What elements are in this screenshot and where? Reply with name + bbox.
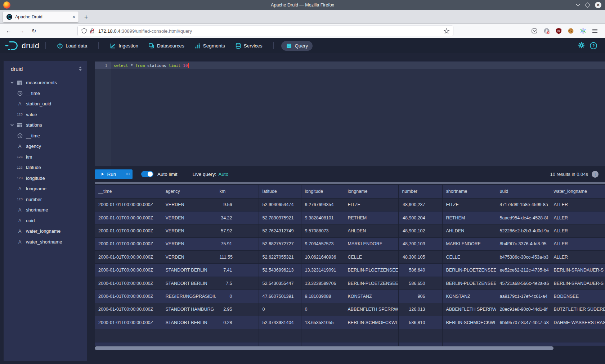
menu-hamburger-icon[interactable] — [592, 28, 598, 33]
table-cell[interactable]: BERLIN-PLOETZENSEE U — [344, 277, 398, 290]
table-cell[interactable]: 48,900,102 — [398, 224, 442, 237]
nav-services[interactable]: Services — [235, 43, 263, 49]
table-cell[interactable]: 13.3231419091 — [301, 264, 344, 277]
table-cell[interactable]: 52.7890975921 — [259, 211, 301, 224]
tab-close-icon[interactable]: × — [72, 14, 75, 20]
ublock-origin-icon[interactable]: UO — [556, 28, 562, 34]
tree-item-water_shortname[interactable]: Awater_shortname — [4, 237, 87, 247]
horizontal-scrollbar-thumb[interactable] — [95, 346, 554, 350]
tree-item-longname[interactable]: Alongname — [4, 183, 87, 194]
table-cell[interactable]: 586,650 — [398, 277, 442, 290]
table-cell[interactable]: 52.3743981404 — [259, 316, 301, 329]
tracking-protection-shield-icon[interactable] — [81, 28, 87, 34]
table-cell[interactable]: 2.95 — [216, 303, 259, 316]
table-cell[interactable]: 2000-01-01T00:00:00.000Z — [95, 198, 162, 211]
url-text[interactable]: 172.18.0.4:30899/unified-console.html#qu… — [98, 28, 444, 34]
chevron-down-icon[interactable] — [10, 123, 17, 127]
insecure-lock-icon[interactable] — [90, 28, 95, 34]
table-cell[interactable]: ABBENFLETH SPERRWER — [344, 303, 398, 316]
druid-logo[interactable]: druid — [5, 41, 39, 50]
tree-item-__time[interactable]: __time — [4, 131, 87, 141]
back-button[interactable]: ← — [6, 27, 12, 35]
new-tab-button[interactable]: + — [81, 13, 91, 22]
table-cell[interactable]: 2000-01-01T00:00:00.000Z — [95, 290, 162, 303]
table-cell[interactable]: 126,013 — [398, 303, 442, 316]
table-cell[interactable]: AHLDEN — [442, 224, 496, 237]
table-cell[interactable]: 52.7624312749 — [259, 224, 301, 237]
table-cell[interactable]: 0.28 — [216, 316, 259, 329]
table-cell[interactable]: BODENSEE — [550, 290, 605, 303]
table-cell[interactable]: KONSTANZ — [344, 290, 398, 303]
url-bar[interactable]: 172.18.0.4:30899/unified-console.html#qu… — [78, 26, 453, 36]
table-cell[interactable]: VERDEN — [162, 198, 216, 211]
table-cell[interactable]: BERLIN-SPANDAUER-S — [550, 264, 605, 277]
run-button[interactable]: Run — [95, 169, 123, 179]
table-cell[interactable]: 9.57088073 — [301, 224, 344, 237]
table-cell[interactable]: BERLIN-PLOETZENSEE C — [344, 264, 398, 277]
table-cell[interactable]: ABBENFLETH SPERRWER — [442, 303, 496, 316]
tree-item-agency[interactable]: Aagency — [4, 141, 87, 152]
table-cell[interactable]: VERDEN — [162, 237, 216, 250]
table-cell[interactable]: 9.3828408101 — [301, 211, 344, 224]
table-cell[interactable]: 0 — [301, 303, 344, 316]
table-cell[interactable]: 6b595707-8c47-4bc7-a8 — [496, 316, 550, 329]
tree-item-stations[interactable]: stations — [4, 120, 87, 131]
table-cell[interactable]: 9.2767694354 — [301, 198, 344, 211]
table-cell[interactable]: 111.55 — [216, 251, 259, 264]
auto-limit-toggle[interactable] — [141, 171, 153, 177]
nav-query[interactable]: Query — [281, 41, 313, 51]
table-cell[interactable]: 5aaed954-de4e-4528-8f — [496, 211, 550, 224]
table-cell[interactable]: MARKLENDORF — [344, 237, 398, 250]
table-cell[interactable]: 45721a68-566c-4e2a-a6 — [496, 277, 550, 290]
browser-tab[interactable]: Apache Druid × — [3, 12, 79, 22]
table-cell[interactable]: EITZE — [442, 198, 496, 211]
table-cell[interactable]: 2000-01-01T00:00:00.000Z — [95, 251, 162, 264]
column-header-latitude[interactable]: latitude — [259, 185, 301, 198]
column-header-water_longname[interactable]: water_longname — [550, 185, 605, 198]
table-cell[interactable]: 13.3238589706 — [301, 277, 344, 290]
table-cell[interactable]: ALLER — [550, 211, 605, 224]
tree-item-number[interactable]: 123number — [4, 194, 87, 205]
table-cell[interactable]: ALLER — [550, 198, 605, 211]
window-minimize-icon[interactable] — [576, 4, 580, 6]
settings-gear-icon[interactable] — [578, 42, 585, 50]
table-cell[interactable]: RETHEM — [442, 211, 496, 224]
tree-item-km[interactable]: 123km — [4, 152, 87, 163]
nav-ingestion[interactable]: Ingestion — [110, 43, 138, 49]
nav-segments[interactable]: Segments — [194, 43, 225, 49]
table-cell[interactable]: 48,300,105 — [398, 251, 442, 264]
column-header-number[interactable]: number — [398, 185, 442, 198]
tree-item-__time[interactable]: __time — [4, 88, 87, 99]
table-cell[interactable]: 7.41 — [216, 264, 259, 277]
table-cell[interactable]: 52.5430355447 — [259, 277, 301, 290]
table-cell[interactable]: 34.22 — [216, 211, 259, 224]
table-cell[interactable]: 2000-01-01T00:00:00.000Z — [95, 303, 162, 316]
table-cell[interactable]: BERLIN-SCHMOECKWITZ — [442, 316, 496, 329]
table-cell[interactable]: 28ec91e8-90c0-44d1-8f — [496, 303, 550, 316]
table-cell[interactable]: VERDEN — [162, 224, 216, 237]
table-cell[interactable]: STANDORT HAMBURG — [162, 303, 216, 316]
window-maximize-icon[interactable] — [585, 2, 591, 8]
query-editor[interactable]: 1 select * from stations limit 10 — [95, 61, 605, 166]
column-header-shortname[interactable]: shortname — [442, 185, 496, 198]
table-cell[interactable]: BERLIN-SCHMOECKWITZ — [344, 316, 398, 329]
live-query-value[interactable]: Auto — [219, 172, 229, 177]
forward-button[interactable]: → — [19, 27, 24, 35]
table-cell[interactable]: CELLE — [344, 251, 398, 264]
column-header-km[interactable]: km — [216, 185, 259, 198]
help-icon[interactable]: ? — [590, 42, 597, 49]
table-cell[interactable]: ee52ce62-212c-4735-b4 — [496, 264, 550, 277]
table-cell[interactable]: 2000-01-01T00:00:00.000Z — [95, 224, 162, 237]
table-cell[interactable]: 7.5 — [216, 277, 259, 290]
extension-asterisk-icon[interactable] — [580, 28, 586, 34]
schema-selector[interactable]: druid — [4, 63, 87, 74]
table-cell[interactable]: BERLIN-SPANDAUER-S — [550, 277, 605, 290]
table-cell[interactable]: ALLER — [550, 237, 605, 250]
column-header-longitude[interactable]: longitude — [301, 185, 344, 198]
column-header-__time[interactable]: __time — [95, 185, 162, 198]
table-cell[interactable]: 52.9040654474 — [259, 198, 301, 211]
table-cell[interactable]: VERDEN — [162, 211, 216, 224]
table-cell[interactable]: RETHEM — [344, 211, 398, 224]
tree-item-value[interactable]: 123value — [4, 109, 87, 120]
pocket-icon[interactable] — [531, 28, 538, 34]
